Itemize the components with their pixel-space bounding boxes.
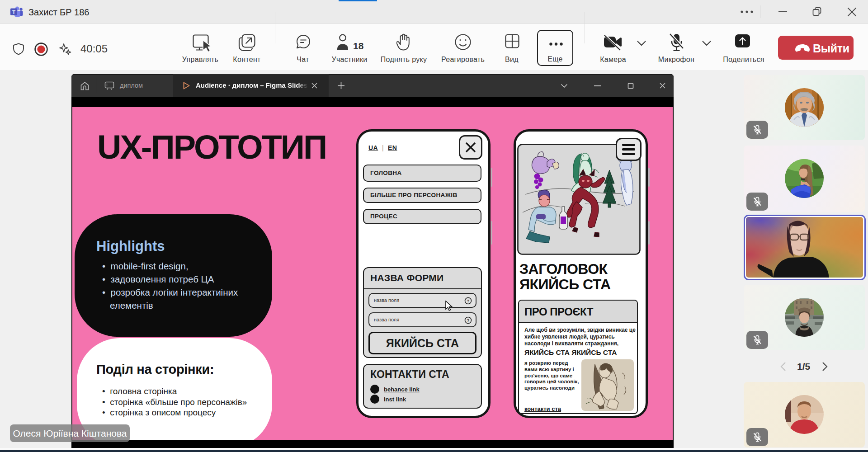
svg-text:?: ? <box>467 318 470 323</box>
svg-text:?: ? <box>467 299 470 303</box>
svg-text:T: T <box>12 9 15 15</box>
